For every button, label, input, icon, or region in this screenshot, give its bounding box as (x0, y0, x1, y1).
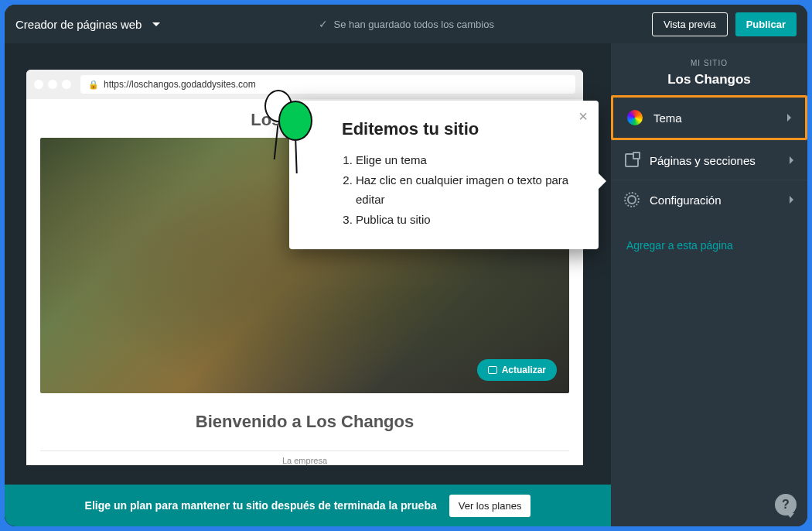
sidebar-item-label: Tema (653, 111, 776, 125)
chevron-right-icon (787, 114, 791, 122)
dot-icon (34, 80, 43, 89)
url-text: https://loschangos.godaddysites.com (104, 79, 256, 90)
sidebar-item-pages[interactable]: Páginas y secciones (611, 140, 807, 180)
update-button-label: Actualizar (502, 365, 546, 375)
close-icon[interactable]: × (578, 108, 588, 124)
dot-icon (62, 80, 71, 89)
chevron-down-icon (152, 22, 160, 26)
dot-icon (48, 80, 57, 89)
chevron-right-icon (790, 156, 793, 164)
pages-icon (625, 153, 639, 167)
url-bar: 🔒 https://loschangos.godaddysites.com (80, 75, 575, 94)
add-to-page-link[interactable]: Agregar a esta página (611, 219, 807, 272)
popover-step: Elige un tema (356, 150, 578, 170)
subsection-label: La empresa (40, 450, 569, 465)
sidebar-item-label: Configuración (650, 194, 779, 207)
checkmark-icon: ✓ (319, 18, 328, 30)
camera-icon (488, 366, 497, 374)
chevron-right-icon (790, 196, 793, 204)
popover-title: Editemos tu sitio (342, 119, 578, 139)
sidebar-header: MI SITIO Los Changos (611, 43, 807, 95)
window-dots (34, 80, 71, 89)
sidebar-site-name: Los Changos (611, 72, 807, 87)
theme-icon (627, 110, 643, 125)
sidebar-item-theme[interactable]: Tema (611, 95, 807, 140)
welcome-heading: Bienvenido a Los Changos (40, 412, 569, 432)
publish-button[interactable]: Publicar (735, 12, 797, 36)
gear-icon (625, 193, 639, 207)
popover-step: Publica tu sitio (356, 210, 578, 230)
sidebar-item-settings[interactable]: Configuración (611, 180, 807, 219)
onboarding-popover: × Editemos tu sitio Elige un tema Haz cl… (289, 101, 599, 249)
sidebar-eyebrow: MI SITIO (611, 59, 807, 67)
upgrade-banner: Elige un plan para mantener tu sitio des… (5, 485, 611, 526)
lock-icon: 🔒 (88, 80, 99, 90)
sidebar: MI SITIO Los Changos Tema Páginas y secc… (611, 43, 807, 526)
save-status-text: Se han guardado todos los cambios (334, 19, 494, 30)
popover-steps: Elige un tema Haz clic en cualquier imag… (342, 150, 578, 229)
sidebar-item-label: Páginas y secciones (650, 154, 779, 167)
brand-label: Creador de páginas web (15, 18, 142, 31)
brand-dropdown[interactable]: Creador de páginas web (15, 18, 160, 31)
preview-button[interactable]: Vista previa (652, 12, 728, 36)
save-status: ✓ Se han guardado todos los cambios (169, 18, 643, 30)
update-button[interactable]: Actualizar (477, 359, 557, 381)
canvas-area: 🔒 https://loschangos.godaddysites.com Lo… (5, 43, 611, 526)
popover-step: Haz clic en cualquier imagen o texto par… (356, 170, 578, 210)
see-plans-button[interactable]: Ver los planes (449, 495, 531, 517)
topbar: Creador de páginas web ✓ Se han guardado… (5, 5, 807, 43)
banner-text: Elige un plan para mantener tu sitio des… (85, 499, 437, 512)
browser-chrome: 🔒 https://loschangos.godaddysites.com (26, 70, 583, 99)
help-button[interactable]: ? (775, 494, 797, 516)
